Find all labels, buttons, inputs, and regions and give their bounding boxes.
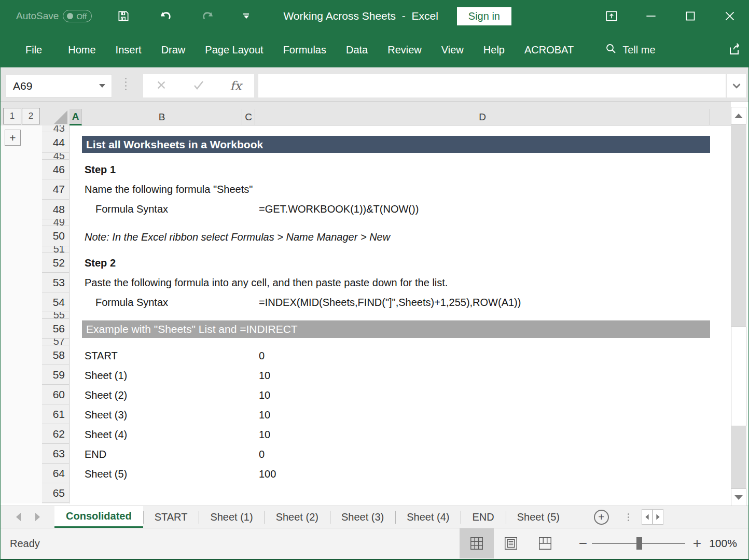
sheet-tab-sheet-5b[interactable]: Sheet (5) [506,506,571,528]
row-header-59[interactable]: 59 [42,365,69,385]
outline-level-2-button[interactable]: 2 [22,108,40,124]
sheet-tab-start[interactable]: START [143,506,199,528]
row-header-60[interactable]: 60 [42,385,69,404]
sheet-tab-sheet-2[interactable]: Sheet (2) [265,506,330,528]
normal-view-icon[interactable] [460,528,494,558]
ribbon-display-options-icon[interactable] [592,0,631,32]
sign-in-button[interactable]: Sign in [457,7,511,25]
formula-input[interactable] [258,74,726,97]
scroll-up-icon[interactable] [731,107,746,124]
row-header-56[interactable]: 56 [42,319,69,339]
scroll-down-icon[interactable] [731,488,746,506]
sheet-prev-icon[interactable] [16,513,21,521]
row-header-43[interactable]: 43 [42,125,69,132]
sheet-tab-consolidated[interactable]: Consolidated [54,506,143,528]
row-header-46[interactable]: 46 [42,160,69,179]
tab-formulas[interactable]: Formulas [283,40,326,60]
row-header-64[interactable]: 64 [42,464,69,483]
tab-acrobat[interactable]: ACROBAT [524,40,574,60]
column-header-c[interactable]: C [242,109,255,125]
row-header-49[interactable]: 49 [42,219,69,226]
share-icon[interactable] [728,41,743,59]
worksheet-grid[interactable]: List all Worksheets in a Workbook Step 1… [70,125,731,503]
sheet-next-icon[interactable] [35,513,40,521]
example-name: Sheet (1) [85,366,127,385]
row-header-65[interactable]: 65 [42,483,69,503]
tell-me-box[interactable]: Tell me [605,43,655,58]
zoom-percentage[interactable]: 100% [705,528,741,558]
autosave-toggle[interactable]: AutoSave Off [16,10,92,22]
example-value: 10 [259,425,270,444]
row-header-53[interactable]: 53 [42,273,69,292]
sheet-tab-sheet-5[interactable]: END [461,506,505,528]
tab-options-ellipsis-icon[interactable] [628,513,629,521]
formula-bar-resize-handle[interactable] [125,78,127,90]
tab-view[interactable]: View [441,40,464,60]
section-title-bar: List all Worksheets in a Workbook [82,136,710,153]
sheet-tab-sheet-1[interactable]: Sheet (1) [199,506,264,528]
hscroll-right-icon[interactable] [653,509,663,525]
row-header-57[interactable]: 57 [42,339,69,345]
minimize-icon[interactable] [631,0,671,32]
column-header-d[interactable]: D [255,109,710,125]
column-header-b[interactable]: B [82,109,242,125]
add-sheet-icon[interactable]: + [594,510,609,525]
row-header-62[interactable]: 62 [42,424,69,444]
page-layout-view-icon[interactable] [494,528,528,558]
zoom-in-button[interactable]: + [689,528,705,558]
page-break-view-icon[interactable] [528,528,562,558]
row-header-51[interactable]: 51 [42,246,69,253]
cancel-icon[interactable] [156,79,167,93]
tab-draw[interactable]: Draw [161,40,186,60]
save-icon[interactable] [117,9,130,23]
name-box[interactable]: A69 [6,74,112,97]
row-header-48[interactable]: 48 [42,200,69,219]
sheet-tab-end[interactable]: Sheet (4) [395,506,461,528]
close-icon[interactable] [710,0,749,32]
column-header-a[interactable]: A [70,109,82,125]
example-name: Sheet (3) [85,405,127,425]
row-header-50[interactable]: 50 [42,226,69,246]
maximize-icon[interactable] [671,0,710,32]
outline-expand-button[interactable]: + [5,130,21,146]
enter-check-icon[interactable] [192,79,205,93]
zoom-slider-thumb[interactable] [636,537,642,550]
row-header-45[interactable]: 45 [42,153,69,160]
tab-file[interactable]: File [25,40,42,60]
sheet-tab-sheet-3[interactable]: Sheet (3) [330,506,395,528]
hscroll-left-icon[interactable] [642,509,653,525]
customize-qat-icon[interactable] [243,13,249,19]
step1-heading: Step 1 [85,160,116,179]
scrollbar-track[interactable] [731,124,746,488]
step1-line: Name the following formula "Sheets" [85,179,253,199]
zoom-out-button[interactable]: − [575,528,591,558]
row-header-47[interactable]: 47 [42,179,69,200]
tab-help[interactable]: Help [483,40,505,60]
ribbon-tab-bar: File Home Insert Draw Page Layout Formul… [1,32,749,67]
row-header-54[interactable]: 54 [42,292,69,312]
undo-icon[interactable] [158,9,173,23]
window-title: Working Across Sheets - Excel [283,10,438,22]
insert-function-icon[interactable]: fx [230,79,241,93]
name-box-dropdown-icon[interactable] [99,84,105,88]
outline-level-1-button[interactable]: 1 [3,108,21,124]
row-header-52[interactable]: 52 [42,253,69,273]
tab-home[interactable]: Home [68,40,95,60]
formula-bar-expand-icon[interactable] [726,74,746,97]
row-header-58[interactable]: 58 [42,345,69,365]
autosave-pill[interactable]: Off [63,10,92,22]
search-icon [605,43,617,58]
tab-data[interactable]: Data [346,40,368,60]
tab-review[interactable]: Review [387,40,422,60]
scrollbar-thumb[interactable] [731,327,746,426]
select-all-corner[interactable] [54,110,67,124]
note-line: Note: In the Excel ribbon select Formula… [85,227,390,247]
tab-page-layout[interactable]: Page Layout [205,40,263,60]
vertical-scrollbar[interactable] [731,107,746,506]
row-header-61[interactable]: 61 [42,404,69,424]
tab-insert[interactable]: Insert [116,40,142,60]
row-header-63[interactable]: 63 [42,444,69,464]
zoom-slider[interactable] [592,543,685,544]
row-header-44[interactable]: 44 [42,132,69,153]
row-header-55[interactable]: 55 [42,312,69,319]
